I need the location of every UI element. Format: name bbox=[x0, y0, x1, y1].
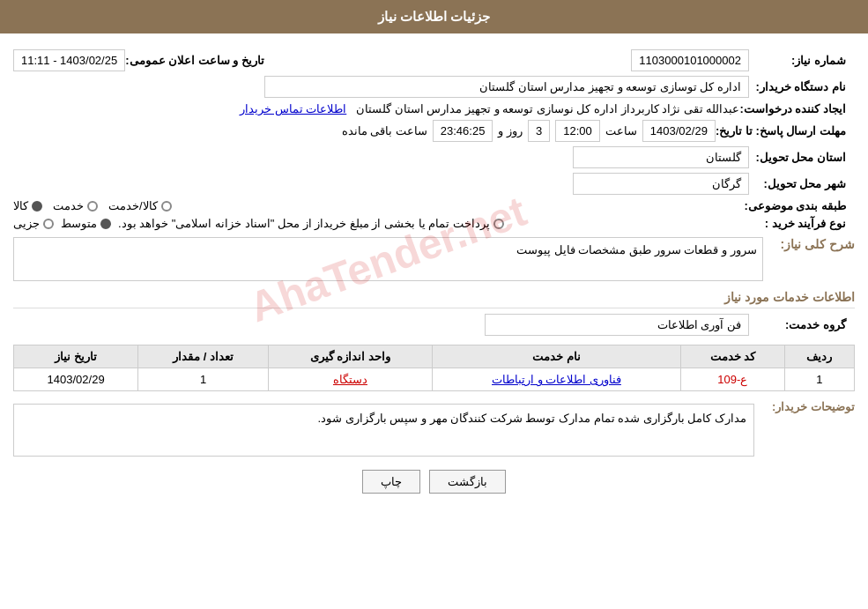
purchase-jozi-radio[interactable] bbox=[43, 219, 54, 229]
category-service-radio[interactable] bbox=[87, 201, 98, 212]
need-number-label: شماره نیاز: bbox=[749, 54, 855, 67]
col-header-code: کد خدمت bbox=[680, 345, 784, 368]
services-section-title: اطلاعات خدمات مورد نیاز bbox=[13, 290, 855, 308]
buyer-org-label: نام دستگاه خریدار: bbox=[749, 80, 855, 93]
announcement-value: 1403/02/25 - 11:11 bbox=[13, 49, 125, 71]
category-kala-option[interactable]: کالا bbox=[13, 199, 42, 212]
contact-link[interactable]: اطلاعات تماس خریدار bbox=[240, 102, 346, 115]
province-value: گلستان bbox=[573, 146, 749, 168]
service-group-value: فن آوری اطلاعات bbox=[485, 314, 749, 336]
cell-code: ع-109 bbox=[680, 368, 784, 391]
col-header-row: ردیف bbox=[784, 345, 854, 368]
description-label: شرح کلی نیاز: bbox=[781, 237, 855, 251]
cell-qty: 1 bbox=[138, 368, 269, 391]
category-label: طبقه بندی موضوعی: bbox=[744, 199, 855, 212]
deadline-label: مهلت ارسال پاسخ: تا تاریخ: bbox=[716, 124, 855, 137]
deadline-days: 3 bbox=[528, 120, 550, 142]
purchase-bond-option[interactable]: پرداخت تمام یا بخشی از مبلغ خریداز از مح… bbox=[118, 217, 504, 230]
purchase-bond-label: پرداخت تمام یا بخشی از مبلغ خریداز از مح… bbox=[118, 217, 490, 230]
deadline-remaining-label: ساعت باقی مانده bbox=[342, 124, 427, 137]
buyer-notes-value: مدارک کامل بارگزاری شده تمام مدارک توسط … bbox=[13, 404, 754, 457]
cell-date: 1403/02/29 bbox=[14, 368, 138, 391]
table-row: 1 ع-109 فناوری اطلاعات و ارتباطات دستگاه… bbox=[14, 368, 855, 391]
need-number-value: 1103000101000002 bbox=[631, 49, 749, 71]
category-both-label: کالا/خدمت bbox=[108, 199, 158, 212]
deadline-days-label: روز و bbox=[498, 124, 523, 137]
deadline-remaining: 23:46:25 bbox=[433, 120, 493, 142]
services-table: ردیف کد خدمت نام خدمت واحد اندازه گیری ت… bbox=[13, 345, 855, 391]
category-kala-radio[interactable] bbox=[32, 201, 42, 212]
col-header-name: نام خدمت bbox=[433, 345, 681, 368]
purchase-motavasset-label: متوسط bbox=[61, 217, 97, 230]
category-service-option[interactable]: خدمت bbox=[53, 199, 98, 212]
cell-name[interactable]: فناوری اطلاعات و ارتباطات bbox=[492, 373, 621, 386]
description-value: سرور و قطعات سرور طبق مشخصات فایل پیوست bbox=[13, 237, 763, 281]
category-kala-label: کالا bbox=[13, 199, 28, 212]
buyer-notes-label: توضیحات خریدار: bbox=[772, 400, 855, 413]
service-group-label: گروه خدمت: bbox=[749, 318, 855, 331]
purchase-jozi-option[interactable]: جزیی bbox=[13, 217, 54, 230]
col-header-date: تاریخ نیاز bbox=[14, 345, 138, 368]
col-header-unit: واحد اندازه گیری bbox=[268, 345, 432, 368]
category-service-label: خدمت bbox=[53, 199, 84, 212]
purchase-jozi-label: جزیی bbox=[13, 217, 40, 230]
cell-unit[interactable]: دستگاه bbox=[333, 373, 367, 386]
city-label: شهر محل تحویل: bbox=[749, 177, 855, 190]
deadline-time-label: ساعت bbox=[605, 124, 637, 137]
purchase-type-label: نوع فرآیند خرید : bbox=[749, 217, 855, 230]
purchase-motavasset-radio[interactable] bbox=[100, 219, 111, 229]
creator-value: عبدالله تقی نژاد کاربرداز اداره کل نوساز… bbox=[356, 102, 739, 115]
col-header-qty: تعداد / مقدار bbox=[138, 345, 269, 368]
purchase-bond-radio[interactable] bbox=[493, 219, 504, 229]
buttons-row: بازگشت چاپ bbox=[13, 470, 855, 494]
category-both-radio[interactable] bbox=[161, 201, 172, 212]
city-value: گرگان bbox=[573, 173, 749, 195]
deadline-time: 12:00 bbox=[555, 120, 600, 142]
category-both-option[interactable]: کالا/خدمت bbox=[108, 199, 172, 212]
buyer-org-value: اداره کل توسازی توسعه و تجهیز مدارس استا… bbox=[264, 76, 749, 98]
cell-row: 1 bbox=[784, 368, 854, 391]
announcement-label: تاریخ و ساعت اعلان عمومی: bbox=[125, 54, 273, 67]
page-title: جزئیات اطلاعات نیاز bbox=[0, 0, 868, 33]
deadline-date: 1403/02/29 bbox=[642, 120, 716, 142]
print-button[interactable]: چاپ bbox=[362, 470, 420, 494]
back-button[interactable]: بازگشت bbox=[429, 470, 506, 494]
province-label: استان محل تحویل: bbox=[749, 151, 855, 164]
purchase-motavasset-option[interactable]: متوسط bbox=[61, 217, 111, 230]
creator-label: ایجاد کننده درخواست: bbox=[739, 102, 855, 115]
